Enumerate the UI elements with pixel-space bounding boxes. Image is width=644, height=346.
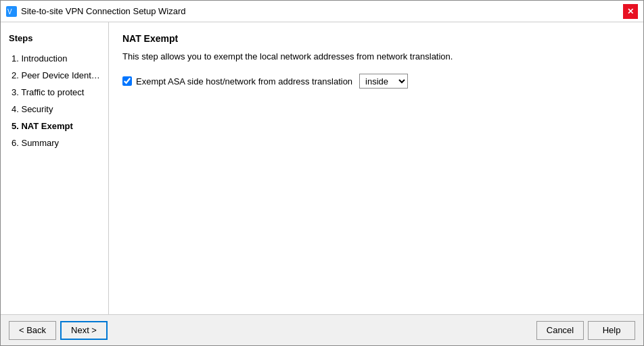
sidebar-item-peer-device[interactable]: 2. Peer Device Identificatio — [1, 67, 108, 84]
back-button[interactable]: < Back — [9, 321, 56, 340]
title-bar: V Site-to-site VPN Connection Setup Wiza… — [1, 1, 643, 22]
sidebar-item-introduction[interactable]: 1. Introduction — [1, 50, 108, 67]
title-bar-left: V Site-to-site VPN Connection Setup Wiza… — [6, 6, 186, 17]
sidebar-item-summary[interactable]: 6. Summary — [1, 134, 108, 151]
footer: < Back Next > Cancel Help — [1, 314, 643, 345]
sidebar-item-traffic[interactable]: 3. Traffic to protect — [1, 84, 108, 101]
help-button[interactable]: Help — [588, 321, 635, 340]
next-button[interactable]: Next > — [60, 321, 108, 340]
nat-exempt-checkbox[interactable] — [122, 76, 132, 86]
footer-left: < Back Next > — [9, 321, 108, 340]
interface-select[interactable]: inside outside dmz — [359, 74, 408, 89]
cancel-button[interactable]: Cancel — [536, 321, 584, 340]
sidebar-header: Steps — [1, 29, 108, 47]
sidebar: Steps 1. Introduction 2. Peer Device Ide… — [1, 22, 109, 314]
nat-exempt-label: Exempt ASA side host/network from addres… — [136, 76, 352, 86]
close-button[interactable]: ✕ — [623, 4, 638, 19]
footer-right: Cancel Help — [536, 321, 635, 340]
section-title: NAT Exempt — [122, 33, 630, 44]
nat-exempt-row: Exempt ASA side host/network from addres… — [122, 74, 630, 89]
svg-text:V: V — [7, 8, 12, 16]
main-panel: NAT Exempt This step allows you to exemp… — [109, 22, 643, 314]
sidebar-item-nat-exempt[interactable]: 5. NAT Exempt — [1, 118, 108, 134]
content-area: Steps 1. Introduction 2. Peer Device Ide… — [1, 22, 643, 314]
sidebar-item-security[interactable]: 4. Security — [1, 101, 108, 118]
vpn-icon: V — [6, 6, 17, 17]
main-window: V Site-to-site VPN Connection Setup Wiza… — [0, 0, 644, 346]
window-title: Site-to-site VPN Connection Setup Wizard — [21, 6, 186, 16]
description: This step allows you to exempt the local… — [122, 51, 630, 63]
